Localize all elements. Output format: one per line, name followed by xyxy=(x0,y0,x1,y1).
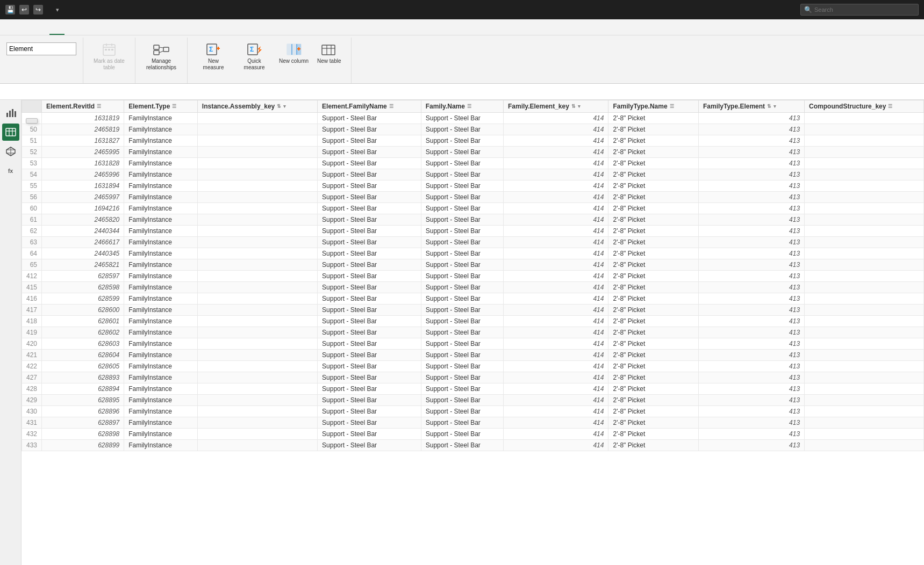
svg-rect-8 xyxy=(154,50,159,55)
col-sort-assembly-key[interactable]: ⇅ xyxy=(277,104,281,109)
table-row: 433628899FamilyInstanceSupport - Steel B… xyxy=(22,440,924,451)
table-row: 428628894FamilyInstanceSupport - Steel B… xyxy=(22,383,924,395)
tab-help[interactable] xyxy=(34,28,49,35)
table-view-tooltip xyxy=(26,118,38,124)
col-header-family-name2[interactable]: Family.Name ☰ xyxy=(421,100,503,113)
redo-icon[interactable]: ↪ xyxy=(33,5,43,15)
mark-date-table-button[interactable]: Mark as date table xyxy=(90,40,128,72)
table-row: 427628893FamilyInstanceSupport - Steel B… xyxy=(22,372,924,383)
data-table: Element.RevitId ☰ Element.Type ☰ Instanc… xyxy=(22,100,924,451)
calendars-group: Mark as date table xyxy=(83,38,135,83)
col-header-family-elem-key[interactable]: Family.Element_key ⇅ ▾ xyxy=(504,100,608,113)
sidebar-icon-report[interactable] xyxy=(2,104,19,121)
svg-rect-30 xyxy=(9,111,11,117)
table-row: 420628603FamilyInstanceSupport - Steel B… xyxy=(22,338,924,350)
table-row: 429628895FamilyInstanceSupport - Steel B… xyxy=(22,395,924,406)
undo-icon[interactable]: ↩ xyxy=(19,5,29,15)
new-column-button[interactable]: New column xyxy=(276,40,312,66)
save-icon[interactable]: 💾 xyxy=(5,5,15,15)
formula-bar xyxy=(0,84,924,100)
col-header-family-type-elem[interactable]: FamilyType.Element ⇅ ▾ xyxy=(698,100,804,113)
new-table-button[interactable]: New table xyxy=(314,40,344,66)
name-group xyxy=(0,38,83,83)
tab-table-tools[interactable] xyxy=(49,28,65,35)
col-sort-compound-key[interactable]: ☰ xyxy=(888,104,892,109)
table-row: 430628896FamilyInstanceSupport - Steel B… xyxy=(22,406,924,417)
col-sort-element-type[interactable]: ☰ xyxy=(172,104,176,109)
col-filter-family-elem-key[interactable]: ▾ xyxy=(578,104,581,109)
table-row: 562465997FamilyInstanceSupport - Steel B… xyxy=(22,192,924,203)
quick-measure-icon: Σ xyxy=(246,41,263,58)
table-body: 1631819FamilyInstanceSupport - Steel Bar… xyxy=(22,113,924,451)
new-column-icon xyxy=(285,41,303,58)
table-row: 551631894FamilyInstanceSupport - Steel B… xyxy=(22,180,924,192)
table-row: 431628897FamilyInstanceSupport - Steel B… xyxy=(22,417,924,429)
title-bar-left: 💾 ↩ ↪ ▾ xyxy=(5,5,796,15)
svg-rect-32 xyxy=(15,111,16,117)
formula-icons xyxy=(5,86,30,97)
relationships-content: Manage relationships xyxy=(142,40,181,80)
ribbon: Mark as date table Manage relationships xyxy=(0,35,924,84)
tab-file[interactable] xyxy=(4,28,19,35)
table-row: 642440345FamilyInstanceSupport - Steel B… xyxy=(22,248,924,259)
col-sort-family-name2[interactable]: ☰ xyxy=(467,104,471,109)
new-measure-button[interactable]: Σ New measure xyxy=(194,40,233,72)
table-row: 418628601FamilyInstanceSupport - Steel B… xyxy=(22,316,924,327)
col-filter-family-type-elem[interactable]: ▾ xyxy=(773,104,776,109)
quick-measure-button[interactable]: Σ Quick measure xyxy=(235,40,274,72)
col-sort-family-elem-key[interactable]: ⇅ xyxy=(571,104,576,109)
table-row: 416628599FamilyInstanceSupport - Steel B… xyxy=(22,293,924,305)
svg-line-10 xyxy=(159,47,163,48)
table-row: 415628598FamilyInstanceSupport - Steel B… xyxy=(22,282,924,293)
table-row: 412628597FamilyInstanceSupport - Steel B… xyxy=(22,271,924,282)
col-header-revit-id[interactable]: Element.RevitId ☰ xyxy=(42,100,124,113)
table-row: 531631828FamilyInstanceSupport - Steel B… xyxy=(22,158,924,169)
col-sort-family-type-elem[interactable]: ⇅ xyxy=(767,104,771,109)
svg-line-11 xyxy=(159,51,163,53)
svg-rect-6 xyxy=(111,49,113,50)
dropdown-icon[interactable]: ▾ xyxy=(56,6,59,13)
search-input[interactable] xyxy=(814,6,906,13)
table-row: 1631819FamilyInstanceSupport - Steel Bar… xyxy=(22,113,924,124)
col-filter-assembly-key[interactable]: ▾ xyxy=(283,104,286,109)
formula-confirm-btn[interactable] xyxy=(19,86,30,97)
svg-rect-4 xyxy=(105,49,107,50)
col-sort-family-name[interactable]: ☰ xyxy=(389,104,393,109)
new-table-label: New table xyxy=(317,58,341,64)
quick-measure-label: Quick measure xyxy=(238,58,270,71)
table-header-row: Element.RevitId ☰ Element.Type ☰ Instanc… xyxy=(22,100,924,113)
col-header-compound-key[interactable]: CompoundStructure_key ☰ xyxy=(805,100,924,113)
main-area: fx Element.RevitId ☰ Element.Type xyxy=(0,100,924,565)
manage-relationships-icon xyxy=(153,41,170,58)
svg-rect-29 xyxy=(6,113,8,117)
table-row: 522465995FamilyInstanceSupport - Steel B… xyxy=(22,147,924,158)
new-measure-label: New measure xyxy=(197,58,230,71)
data-area[interactable]: Element.RevitId ☰ Element.Type ☰ Instanc… xyxy=(22,100,924,565)
sidebar-icon-table[interactable] xyxy=(2,124,19,141)
svg-rect-5 xyxy=(108,49,110,50)
sidebar-icon-model[interactable] xyxy=(2,143,19,160)
svg-text:Σ: Σ xyxy=(209,46,213,53)
tab-home[interactable] xyxy=(19,28,34,35)
calculations-group: Σ New measure Σ Quick measure xyxy=(188,38,352,83)
calculations-content: Σ New measure Σ Quick measure xyxy=(194,40,345,80)
manage-relationships-button[interactable]: Manage relationships xyxy=(142,40,181,72)
table-row: 652465821FamilyInstanceSupport - Steel B… xyxy=(22,259,924,271)
col-header-element-type[interactable]: Element.Type ☰ xyxy=(124,100,198,113)
table-row: 432628898FamilyInstanceSupport - Steel B… xyxy=(22,429,924,440)
manage-relationships-label: Manage relationships xyxy=(145,58,177,71)
col-sort-revit-id[interactable]: ☰ xyxy=(97,104,101,109)
col-header-row-num xyxy=(22,100,42,113)
col-header-family-type-name[interactable]: FamilyType.Name ☰ xyxy=(608,100,699,113)
sidebar-icon-dax[interactable]: fx xyxy=(2,162,19,179)
col-sort-family-type-name[interactable]: ☰ xyxy=(670,104,674,109)
relationships-group: Manage relationships xyxy=(135,38,188,83)
search-bar[interactable]: 🔍 xyxy=(800,4,919,16)
formula-cancel-btn[interactable] xyxy=(5,86,16,97)
svg-rect-33 xyxy=(6,128,16,136)
new-column-label: New column xyxy=(279,58,309,64)
col-header-assembly-key[interactable]: Instance.Assembly_key ⇅ ▾ xyxy=(197,100,317,113)
col-header-family-name[interactable]: Element.FamilyName ☰ xyxy=(318,100,421,113)
svg-marker-18 xyxy=(257,46,262,54)
name-input[interactable] xyxy=(6,42,76,55)
